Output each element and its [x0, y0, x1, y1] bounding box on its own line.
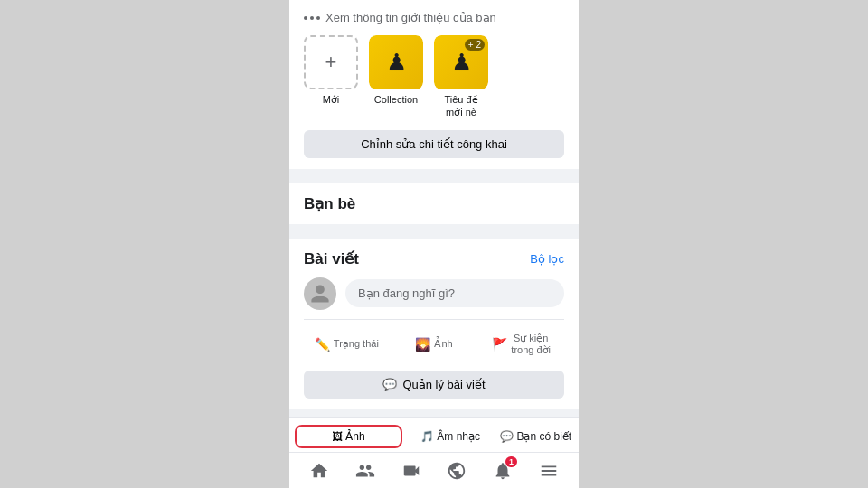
- chess-icon: ♟: [386, 49, 407, 77]
- avatar-row: + Mới ♟ Collection ♟ + 2: [304, 35, 564, 119]
- separator1: [289, 169, 579, 176]
- avatar-item-new: + Mới: [304, 35, 358, 106]
- collection-avatar[interactable]: ♟: [369, 35, 423, 89]
- tab-amnhac-label: 🎵 Âm nhạc: [420, 430, 480, 443]
- dots-menu[interactable]: [304, 16, 320, 20]
- event-action-button[interactable]: 🚩 Sự kiệntrong đời: [478, 327, 564, 361]
- avatar-item-tieude: ♟ + 2 Tiêu đềmới nè: [434, 35, 488, 119]
- manage-posts-button[interactable]: 💬 Quản lý bài viết: [304, 371, 564, 399]
- manage-icon: 💬: [382, 378, 397, 391]
- info-text: Xem thông tin giới thiệu của bạn: [326, 11, 496, 24]
- photo-icon: 🌄: [415, 337, 430, 352]
- manage-label: Quản lý bài viết: [402, 378, 485, 391]
- post-actions: ✏️ Trạng thái 🌄 Ảnh 🚩 Sự kiệntrong đời: [304, 319, 564, 361]
- separator2: [289, 224, 579, 231]
- dot3: [316, 16, 320, 20]
- friends-icon: [355, 461, 375, 481]
- video-icon: [401, 461, 421, 481]
- composer-avatar: [304, 277, 336, 310]
- add-new-button[interactable]: +: [304, 35, 358, 89]
- posts-section: Bài viết Bộ lọc Bạn đang nghĩ gì? ✏️ Trạ…: [289, 239, 579, 409]
- notification-badge: 1: [505, 456, 517, 467]
- posts-title: Bài viết: [304, 249, 359, 268]
- bottom-tabs: 🖼 Ảnh 🎵 Âm nhạc 💬 Bạn có biết: [289, 417, 579, 452]
- avatar-item-collection: ♟ Collection: [369, 35, 423, 106]
- top-card: Xem thông tin giới thiệu của bạn + Mới ♟…: [289, 0, 579, 169]
- photo-action-button[interactable]: 🌄 Ảnh: [392, 327, 477, 361]
- home-nav-icon[interactable]: [303, 455, 335, 487]
- edit-icon: ✏️: [315, 337, 330, 352]
- friends-nav-icon[interactable]: [349, 455, 382, 487]
- tab-bancobiet-label: 💬 Bạn có biết: [500, 430, 571, 443]
- event-label: Sự kiệntrong đời: [511, 333, 551, 356]
- photo-label: Ảnh: [434, 338, 452, 350]
- tieude-bg: ♟ + 2: [434, 35, 488, 89]
- posts-header: Bài viết Bộ lọc: [304, 249, 564, 268]
- filter-button[interactable]: Bộ lọc: [530, 252, 564, 266]
- friends-title: Bạn bè: [304, 195, 355, 212]
- status-action-button[interactable]: ✏️ Trạng thái: [304, 327, 390, 361]
- new-label: Mới: [323, 93, 340, 106]
- collection-bg: ♟: [369, 35, 423, 89]
- globe-icon: [447, 461, 467, 481]
- tab-amnhac[interactable]: 🎵 Âm nhạc: [408, 427, 494, 446]
- nav-bar: 1: [289, 452, 579, 488]
- tieude-label: Tiêu đềmới nè: [444, 93, 477, 119]
- notification-nav-icon[interactable]: 1: [486, 455, 519, 487]
- collection-label: Collection: [374, 93, 418, 106]
- menu-icon: [539, 461, 559, 481]
- dot2: [310, 16, 314, 20]
- menu-nav-icon[interactable]: [533, 455, 565, 487]
- status-label: Trạng thái: [334, 338, 379, 350]
- tieude-avatar[interactable]: ♟ + 2: [434, 35, 488, 89]
- tab-anh-label: 🖼 Ảnh: [332, 430, 365, 443]
- friends-section: Bạn bè: [289, 183, 579, 224]
- composer-input[interactable]: Bạn đang nghĩ gì?: [345, 279, 564, 307]
- tab-anh[interactable]: 🖼 Ảnh: [295, 425, 402, 448]
- chess-icon2: ♟: [451, 49, 472, 77]
- plus-icon: +: [326, 51, 337, 74]
- flag-icon: 🚩: [492, 337, 507, 352]
- badge: + 2: [465, 39, 485, 51]
- edit-public-details-button[interactable]: Chỉnh sửa chi tiết công khai: [304, 130, 564, 158]
- post-composer: Bạn đang nghĩ gì?: [304, 277, 564, 310]
- phone-container: Xem thông tin giới thiệu của bạn + Mới ♟…: [289, 0, 579, 488]
- top-header: Xem thông tin giới thiệu của bạn: [304, 11, 564, 24]
- home-icon: [309, 461, 329, 481]
- tab-bancobiet[interactable]: 💬 Bạn có biết: [493, 427, 579, 446]
- video-nav-icon[interactable]: [395, 455, 428, 487]
- dot1: [304, 16, 307, 20]
- marketplace-nav-icon[interactable]: [440, 455, 473, 487]
- user-icon: [309, 283, 331, 305]
